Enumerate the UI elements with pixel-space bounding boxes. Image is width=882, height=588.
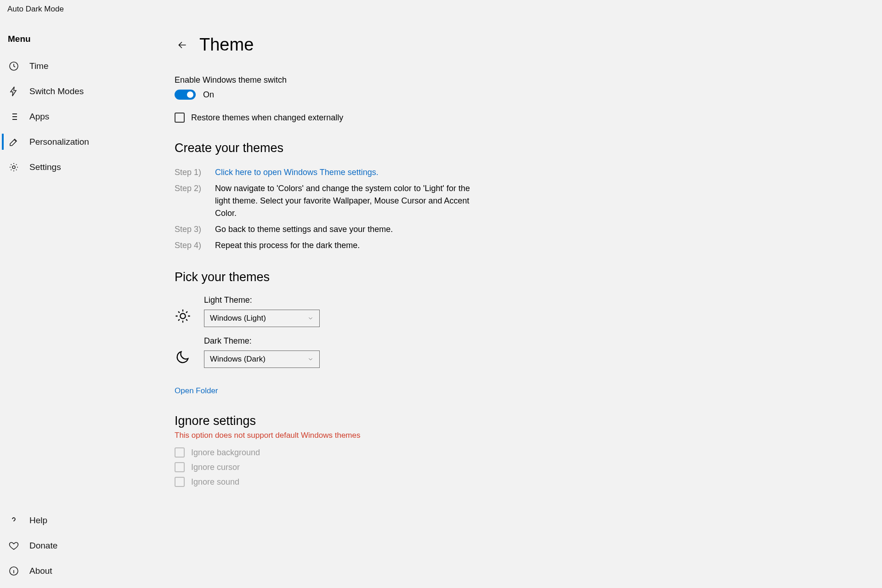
step-number: Step 3) (175, 223, 202, 236)
step-text: Go back to theme settings and save your … (215, 223, 473, 236)
ignore-sound-checkbox (175, 477, 185, 487)
lightning-icon (8, 86, 19, 97)
sidebar-item-label: Time (29, 61, 49, 71)
sidebar-item-time[interactable]: Time (0, 53, 156, 79)
main-content: Theme Enable Windows theme switch On Res… (156, 17, 882, 588)
section-ignore-settings: Ignore settings (175, 414, 854, 428)
ignore-sound-label: Ignore sound (191, 477, 239, 487)
ignore-background-checkbox (175, 447, 185, 458)
ignore-cursor-checkbox (175, 462, 185, 472)
ignore-background-label: Ignore background (191, 448, 260, 458)
light-theme-value: Windows (Light) (210, 314, 266, 323)
sidebar-item-donate[interactable]: Donate (0, 533, 156, 558)
step-text: Now navigate to 'Colors' and change the … (215, 182, 473, 220)
sun-icon (175, 308, 191, 324)
step-number: Step 4) (175, 239, 202, 252)
chevron-down-icon (307, 356, 314, 362)
menu-heading: Menu (0, 30, 156, 53)
dark-theme-select[interactable]: Windows (Dark) (204, 351, 320, 368)
ignore-cursor-label: Ignore cursor (191, 463, 240, 472)
restore-themes-label: Restore themes when changed externally (191, 113, 343, 123)
paint-icon (8, 136, 19, 147)
section-create-themes: Create your themes (175, 141, 854, 155)
sidebar-item-label: Switch Modes (29, 86, 84, 96)
step-row: Step 4) Repeat this process for the dark… (175, 239, 473, 252)
sidebar-item-label: Personalization (29, 137, 89, 147)
step-row: Step 3) Go back to theme settings and sa… (175, 223, 473, 236)
ignore-warning: This option does not support default Win… (175, 431, 854, 440)
sidebar-item-label: Apps (29, 112, 49, 122)
step-number: Step 2) (175, 182, 202, 220)
chevron-down-icon (307, 315, 314, 322)
sidebar-item-label: Help (29, 515, 47, 526)
page-title: Theme (199, 35, 254, 55)
step-row: Step 1) Click here to open Windows Theme… (175, 166, 473, 179)
enable-switch-state: On (203, 90, 214, 100)
restore-themes-checkbox[interactable] (175, 113, 185, 123)
svg-point-3 (180, 313, 185, 318)
dark-theme-value: Windows (Dark) (210, 355, 266, 364)
help-icon (8, 515, 19, 526)
sidebar-item-switch-modes[interactable]: Switch Modes (0, 79, 156, 104)
sidebar-item-about[interactable]: About (0, 558, 156, 583)
moon-icon (175, 349, 191, 365)
step-text: Repeat this process for the dark theme. (215, 239, 473, 252)
window-title: Auto Dark Mode (0, 0, 882, 17)
back-button[interactable] (175, 37, 190, 53)
sidebar-item-label: Donate (29, 541, 57, 551)
open-theme-settings-link[interactable]: Click here to open Windows Theme setting… (215, 166, 473, 179)
clock-icon (8, 61, 19, 72)
sidebar-item-label: About (29, 566, 52, 576)
light-theme-label: Light Theme: (204, 295, 320, 305)
sidebar-item-help[interactable]: Help (0, 508, 156, 533)
sidebar-item-settings[interactable]: Settings (0, 154, 156, 180)
heart-icon (8, 540, 19, 551)
sidebar-item-apps[interactable]: Apps (0, 104, 156, 129)
svg-point-1 (12, 166, 15, 169)
open-folder-link[interactable]: Open Folder (175, 386, 218, 396)
section-pick-themes: Pick your themes (175, 270, 854, 284)
step-number: Step 1) (175, 166, 202, 179)
list-icon (8, 111, 19, 122)
dark-theme-label: Dark Theme: (204, 336, 320, 346)
info-icon (8, 565, 19, 577)
enable-switch-label: Enable Windows theme switch (175, 75, 854, 85)
gear-icon (8, 162, 19, 173)
enable-switch-toggle[interactable] (175, 90, 196, 100)
sidebar-item-label: Settings (29, 162, 61, 172)
sidebar: Menu Time Switch Modes Apps (0, 17, 156, 588)
step-row: Step 2) Now navigate to 'Colors' and cha… (175, 182, 473, 220)
light-theme-select[interactable]: Windows (Light) (204, 310, 320, 327)
sidebar-item-personalization[interactable]: Personalization (0, 129, 156, 154)
